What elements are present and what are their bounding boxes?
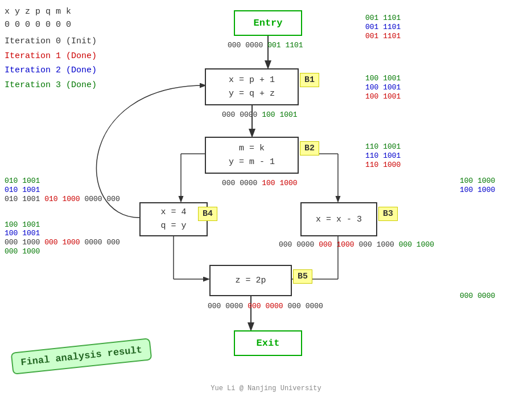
iter-0-label: Iteration 0 (Init) [5,34,97,49]
ann-b5-farright: 000 0000 [460,290,495,302]
ann-entry-r3: 001 1101 [365,31,401,42]
b2-label: B2 [300,141,319,155]
ann-b2-r3: 110 1000 [365,159,401,171]
b3-label: B3 [378,207,398,221]
ann-b5-below: 000 0000 000 0000 000 0000 [208,301,323,312]
ann-b2-below: 000 0000 100 1000 [222,178,298,189]
b4-label: B4 [198,207,217,221]
node-b5: z = 2p [209,265,292,296]
node-b2: m = ky = m - 1 [205,137,299,174]
ann-left-mid4: 000 1000 [5,246,40,257]
ann-left-top3: 010 1001 010 1000 0000 000 [5,194,120,205]
iter-2-label: Iteration 2 (Done) [5,63,97,78]
node-b3: x = x - 3 [300,202,377,236]
node-b1: x = p + 1y = q + z [205,68,299,105]
iter-1-label: Iteration 1 (Done) [5,49,97,64]
node-b4: x = 4q = y [139,202,208,236]
ann-entry-below: 000 0000 001 1101 [228,40,303,51]
var-values: 0 0 0 0 0 0 0 [5,19,71,32]
ann-b3-below: 000 0000 000 1000 000 1000 000 1000 [279,239,434,251]
var-names: x y z p q m k [5,6,71,19]
b5-label: B5 [293,269,312,284]
final-analysis-badge: Final analysis result [11,338,152,375]
iter-3-label: Iteration 3 (Done) [5,78,97,93]
ann-b1-below: 000 0000 100 1001 [222,109,298,121]
node-exit: Exit [234,330,302,356]
variable-header: x y z p q m k 0 0 0 0 0 0 0 [5,6,71,31]
ann-b1-r3: 100 1001 [365,91,401,103]
iteration-labels: Iteration 0 (Init) Iteration 1 (Done) It… [5,34,97,92]
footer-credit: Yue Li @ Nanjing University [211,384,321,392]
ann-b2-farright2: 100 1000 [460,185,495,196]
b1-label: B1 [300,73,319,87]
node-entry: Entry [234,10,302,36]
